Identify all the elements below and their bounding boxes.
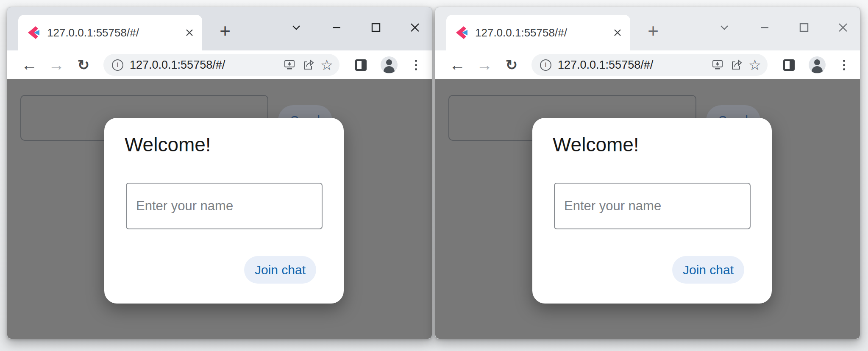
tab-close-icon[interactable]	[610, 25, 625, 40]
flet-favicon-icon	[27, 26, 40, 39]
browser-menu-icon[interactable]	[839, 57, 849, 72]
browser-toolbar: ← → ↻ i 127.0.0.1:55758/#/ ☆	[7, 50, 432, 79]
tab-title: 127.0.0.1:55758/#/	[475, 26, 610, 39]
browser-tab[interactable]: 127.0.0.1:55758/#/	[18, 15, 202, 50]
tab-title: 127.0.0.1:55758/#/	[47, 26, 182, 39]
share-icon[interactable]	[299, 54, 317, 76]
install-app-icon[interactable]	[708, 54, 727, 76]
welcome-dialog: Welcome! Join chat	[104, 118, 344, 304]
back-button[interactable]: ←	[445, 50, 469, 79]
avatar-head	[386, 59, 392, 65]
tab-search-icon[interactable]	[285, 17, 307, 39]
reload-button[interactable]: ↻	[500, 50, 523, 79]
maximize-button[interactable]	[793, 17, 815, 39]
browser-menu-icon[interactable]	[411, 57, 421, 72]
address-bar[interactable]: i 127.0.0.1:55758/#/ ☆	[531, 54, 768, 76]
avatar-head	[814, 59, 820, 65]
welcome-dialog: Welcome! Join chat	[532, 118, 772, 304]
page-content-dimmed: Send Welcome! Join chat	[435, 79, 860, 339]
dialog-title: Welcome!	[125, 133, 211, 156]
bookmark-star-icon[interactable]: ☆	[746, 54, 764, 76]
url-text: 127.0.0.1:55758/#/	[130, 58, 280, 72]
side-panel-icon[interactable]	[355, 59, 367, 71]
join-chat-button[interactable]: Join chat	[244, 256, 316, 284]
name-input[interactable]	[554, 183, 751, 229]
forward-button[interactable]: →	[45, 50, 68, 79]
site-info-icon[interactable]: i	[112, 59, 123, 71]
dialog-title: Welcome!	[553, 133, 639, 156]
forward-button[interactable]: →	[473, 50, 496, 79]
tab-strip: 127.0.0.1:55758/#/ +	[435, 7, 860, 50]
minimize-button[interactable]	[754, 17, 776, 39]
url-text: 127.0.0.1:55758/#/	[558, 58, 708, 72]
new-tab-button[interactable]: +	[213, 19, 237, 43]
back-button[interactable]: ←	[17, 50, 41, 79]
maximize-button[interactable]	[365, 17, 387, 39]
address-bar[interactable]: i 127.0.0.1:55758/#/ ☆	[103, 54, 339, 76]
side-panel-icon[interactable]	[783, 59, 795, 71]
tab-close-icon[interactable]	[182, 25, 197, 40]
tab-strip: 127.0.0.1:55758/#/ +	[7, 7, 432, 50]
join-chat-button[interactable]: Join chat	[672, 256, 744, 284]
install-app-icon[interactable]	[280, 54, 299, 76]
reload-button[interactable]: ↻	[72, 50, 95, 79]
tab-search-icon[interactable]	[713, 17, 735, 39]
profile-avatar[interactable]	[381, 56, 398, 73]
close-window-button[interactable]	[404, 17, 426, 39]
avatar-body	[812, 66, 823, 73]
bookmark-star-icon[interactable]: ☆	[317, 54, 336, 76]
site-info-icon[interactable]: i	[540, 59, 551, 71]
flet-favicon-icon	[455, 26, 468, 39]
name-input[interactable]	[126, 183, 323, 229]
browser-window-right: 127.0.0.1:55758/#/ + ← → ↻ i 127.0.0.1:5…	[435, 7, 860, 339]
share-icon[interactable]	[727, 54, 746, 76]
browser-window-left: 127.0.0.1:55758/#/ + ← → ↻ i 127.0.0.1:5…	[7, 7, 432, 339]
profile-avatar[interactable]	[809, 56, 826, 73]
close-window-button[interactable]	[832, 17, 854, 39]
browser-tab[interactable]: 127.0.0.1:55758/#/	[446, 15, 630, 50]
page-content-dimmed: Send Welcome! Join chat	[7, 79, 432, 339]
browser-toolbar: ← → ↻ i 127.0.0.1:55758/#/ ☆	[435, 50, 860, 79]
minimize-button[interactable]	[326, 17, 348, 39]
new-tab-button[interactable]: +	[641, 19, 665, 43]
avatar-body	[384, 66, 395, 73]
